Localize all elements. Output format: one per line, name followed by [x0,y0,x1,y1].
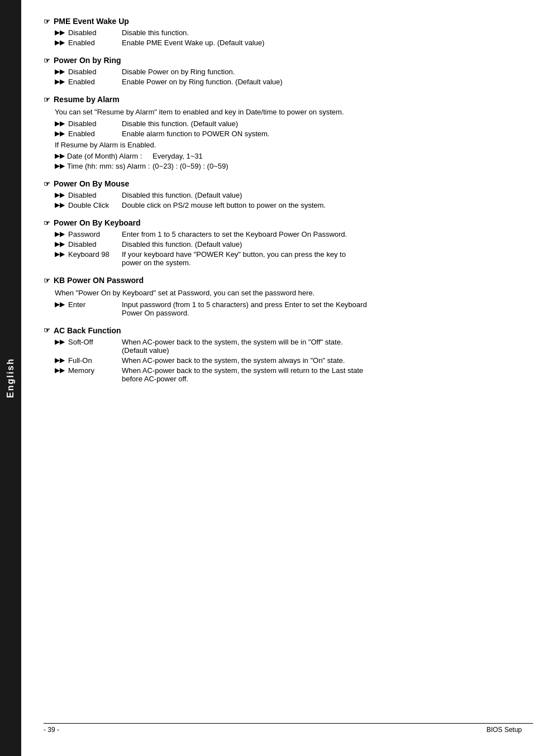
item-alarm-time: ▶▶ Time (hh: mm: ss) Alarm : (0~23) : (0… [44,162,511,170]
section-title-text-kb-password: KB Power ON Password [54,276,144,285]
item-kb-enter: ▶▶ Enter Input password (from 1 to 5 cha… [44,300,511,317]
section-title-text-ac-back: AC Back Function [54,326,121,335]
footer-label: BIOS Setup [487,726,533,734]
item-label-kb-enter: ▶▶ Enter [55,300,122,309]
item-label-ac-memory: ▶▶ Memory [55,366,122,375]
main-content: ☞ PME Event Wake Up ▶▶ Disabled Disable … [21,0,533,756]
sidebar-label: English [6,358,16,398]
item-desc-ring-disabled: Disable Power on by Ring function. [122,68,511,76]
item-mouse-dblclick: ▶▶ Double Click Double click on PS/2 mou… [44,201,511,209]
item-label-ring-disabled: ▶▶ Disabled [55,68,122,76]
item-label-mouse-dblclick: ▶▶ Double Click [55,201,122,209]
item-label-alarm-time: ▶▶ Time (hh: mm: ss) Alarm : [55,162,153,170]
item-desc-ac-soft-off: When AC-power back to the system, the sy… [122,338,511,355]
item-label-alarm-date: ▶▶ Date (of Month) Alarm : [55,152,153,160]
item-label-keyboard-password: ▶▶ Password [55,230,122,238]
section-kb-power-on-password: ☞ KB Power ON Password When "Power On by… [44,276,511,317]
item-label-ac-full-on: ▶▶ Full-On [55,356,122,365]
item-label-pme-disabled: ▶▶ Disabled [55,28,122,37]
item-alarm-disabled: ▶▶ Disabled Disable this function. (Defa… [44,119,511,128]
item-desc-mouse-disabled: Disabled this function. (Default value) [122,191,511,199]
item-label-mouse-disabled: ▶▶ Disabled [55,191,122,199]
item-desc-alarm-time: (0~23) : (0~59) : (0~59) [153,162,511,170]
cursor-icon-alarm: ☞ [44,95,50,104]
item-keyboard-disabled: ▶▶ Disabled Disabled this function. (Def… [44,240,511,248]
cursor-icon-keyboard: ☞ [44,219,50,227]
cursor-icon-ring: ☞ [44,56,50,65]
item-label-keyboard-disabled: ▶▶ Disabled [55,240,122,248]
item-alarm-enabled: ▶▶ Enabled Enable alarm function to POWE… [44,130,511,138]
item-desc-keyboard-98: If your keyboard have "POWER Key" button… [122,250,511,267]
section-resume-by-alarm: ☞ Resume by Alarm You can set "Resume by… [44,95,511,170]
item-desc-mouse-dblclick: Double click on PS/2 mouse left button t… [122,201,511,209]
section-title-text-pme: PME Event Wake Up [54,17,129,26]
item-label-keyboard-98: ▶▶ Keyboard 98 [55,250,122,259]
item-desc-alarm-enabled: Enable alarm function to POWER ON system… [122,130,511,138]
alarm-note-1: You can set "Resume by Alarm" item to en… [44,107,511,118]
section-title-text-ring: Power On by Ring [54,56,121,65]
cursor-icon-ac-back: ☞ [44,326,50,334]
sidebar: English [0,0,21,756]
item-ac-full-on: ▶▶ Full-On When AC-power back to the sys… [44,356,511,365]
item-desc-pme-disabled: Disable this function. [122,28,511,37]
item-label-pme-enabled: ▶▶ Enabled [55,39,122,47]
item-ac-soft-off: ▶▶ Soft-Off When AC-power back to the sy… [44,338,511,355]
item-desc-keyboard-disabled: Disabled this function. (Default value) [122,240,511,248]
item-desc-alarm-date: Everyday, 1~31 [153,152,511,160]
section-ac-back-function: ☞ AC Back Function ▶▶ Soft-Off When AC-p… [44,326,511,383]
item-label-ac-soft-off: ▶▶ Soft-Off [55,338,122,346]
section-title-pme: ☞ PME Event Wake Up [44,17,511,26]
item-desc-ac-full-on: When AC-power back to the system, the sy… [122,356,511,365]
item-pme-disabled: ▶▶ Disabled Disable this function. [44,28,511,37]
item-desc-ring-enabled: Enable Power on by Ring function. (Defau… [122,78,511,86]
item-label-alarm-disabled: ▶▶ Disabled [55,119,122,128]
section-power-on-by-mouse: ☞ Power On By Mouse ▶▶ Disabled Disabled… [44,179,511,209]
item-ring-enabled: ▶▶ Enabled Enable Power on by Ring funct… [44,78,511,86]
item-desc-keyboard-password: Enter from 1 to 5 characters to set the … [122,230,511,238]
alarm-note-2: If Resume by Alarm is Enabled. [44,140,511,151]
section-title-mouse: ☞ Power On By Mouse [44,179,511,188]
section-title-text-alarm: Resume by Alarm [54,95,120,104]
item-alarm-date: ▶▶ Date (of Month) Alarm : Everyday, 1~3… [44,152,511,160]
section-title-alarm: ☞ Resume by Alarm [44,95,511,104]
section-title-text-mouse: Power On By Mouse [54,179,129,188]
item-label-ring-enabled: ▶▶ Enabled [55,78,122,86]
item-ac-memory: ▶▶ Memory When AC-power back to the syst… [44,366,511,383]
footer: - 39 - BIOS Setup [44,723,533,734]
footer-page: - 39 - [44,726,59,734]
cursor-icon-mouse: ☞ [44,180,50,188]
section-pme-event-wake-up: ☞ PME Event Wake Up ▶▶ Disabled Disable … [44,17,511,47]
item-desc-ac-memory: When AC-power back to the system, the sy… [122,366,511,383]
item-pme-enabled: ▶▶ Enabled Enable PME Event Wake up. (De… [44,39,511,47]
section-title-keyboard: ☞ Power On By Keyboard [44,218,511,227]
section-power-on-by-ring: ☞ Power On by Ring ▶▶ Disabled Disable P… [44,56,511,86]
cursor-icon-kb-password: ☞ [44,276,50,285]
item-desc-alarm-disabled: Disable this function. (Default value) [122,119,511,128]
item-desc-kb-enter: Input password (from 1 to 5 characters) … [122,300,511,317]
kb-password-note: When "Power On by Keyboard" set at Passw… [44,288,511,299]
section-title-ac-back: ☞ AC Back Function [44,326,511,335]
item-label-alarm-enabled: ▶▶ Enabled [55,130,122,138]
cursor-icon-pme: ☞ [44,17,50,26]
section-title-kb-password: ☞ KB Power ON Password [44,276,511,285]
section-title-ring: ☞ Power On by Ring [44,56,511,65]
item-keyboard-98: ▶▶ Keyboard 98 If your keyboard have "PO… [44,250,511,267]
item-desc-pme-enabled: Enable PME Event Wake up. (Default value… [122,39,511,47]
item-ring-disabled: ▶▶ Disabled Disable Power on by Ring fun… [44,68,511,76]
item-mouse-disabled: ▶▶ Disabled Disabled this function. (Def… [44,191,511,199]
section-title-text-keyboard: Power On By Keyboard [54,218,141,227]
section-power-on-by-keyboard: ☞ Power On By Keyboard ▶▶ Password Enter… [44,218,511,267]
item-keyboard-password: ▶▶ Password Enter from 1 to 5 characters… [44,230,511,238]
